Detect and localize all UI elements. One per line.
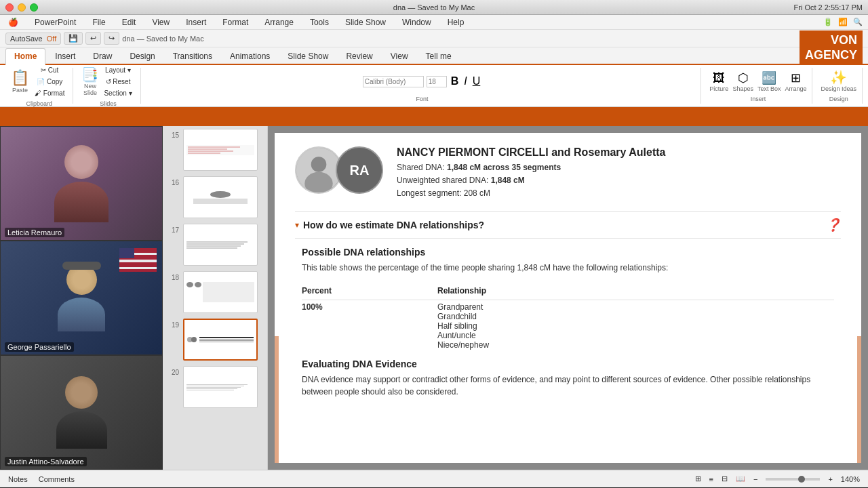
menu-tools[interactable]: Tools	[307, 16, 332, 28]
design-group-label: Design	[829, 96, 848, 102]
comments-button[interactable]: Comments	[39, 475, 75, 483]
menu-file[interactable]: File	[90, 16, 108, 28]
font-size-input[interactable]	[427, 76, 447, 87]
menu-view[interactable]: View	[149, 16, 172, 28]
cut-button[interactable]: ✂ Cut	[32, 65, 67, 75]
italic-button[interactable]: I	[462, 74, 468, 89]
slide-panel[interactable]: 15 16	[163, 126, 268, 470]
save-button[interactable]: 💾	[64, 32, 83, 45]
textbox-button[interactable]: 🔤 Text Box	[757, 70, 781, 92]
slide-thumb-20[interactable]: 20	[163, 363, 267, 411]
decorative-bar-left	[275, 336, 279, 463]
tab-animations[interactable]: Animations	[222, 49, 278, 64]
tab-transitions[interactable]: Transitions	[165, 49, 220, 64]
zoom-plus-button[interactable]: +	[828, 475, 832, 483]
evaluating-title: Evaluating DNA Evidence	[302, 359, 834, 369]
tab-insert[interactable]: Insert	[47, 49, 83, 64]
window-controls[interactable]	[5, 3, 38, 12]
menu-help[interactable]: Help	[445, 16, 467, 28]
wifi-icon: 📶	[838, 18, 848, 26]
zoom-slider[interactable]	[766, 478, 820, 481]
menu-insert[interactable]: Insert	[183, 16, 209, 28]
relationship-niece-nephew: Niece/nephew	[437, 340, 834, 350]
chevron-icon: ▾	[295, 220, 299, 230]
tab-view[interactable]: View	[382, 49, 416, 64]
section-title: How do we estimate DNA relationships?	[303, 220, 484, 230]
layout-button[interactable]: Layout ▾	[101, 65, 134, 75]
tab-slideshow[interactable]: Slide Show	[279, 49, 336, 64]
autosave-toggle[interactable]: AutoSave Off	[5, 33, 61, 45]
menu-slideshow[interactable]: Slide Show	[342, 16, 389, 28]
mac-title-right: Fri Oct 2 2:55:17 PM	[794, 3, 863, 12]
menu-format[interactable]: Format	[220, 16, 251, 28]
font-label: Font	[416, 96, 428, 102]
tab-design[interactable]: Design	[121, 49, 163, 64]
participant-2-label: George Passariello	[5, 342, 74, 352]
evaluating-text: DNA evidence may support or contradict o…	[302, 373, 834, 398]
new-slide-button[interactable]: 📑 NewSlide	[81, 66, 98, 96]
video-sidebar: Leticia Remauro George Passariello	[0, 126, 163, 470]
shapes-button[interactable]: ⬡ Shapes	[732, 70, 753, 92]
notes-button[interactable]: Notes	[8, 475, 28, 483]
question-mark-icon: ❓	[826, 218, 841, 232]
view-normal-icon[interactable]: ⊞	[695, 474, 701, 483]
section-header[interactable]: ▾ How do we estimate DNA relationships? …	[295, 211, 841, 239]
ribbon-group-font: B I U Font	[144, 68, 702, 104]
font-family-input[interactable]	[363, 76, 424, 87]
design-ideas-button[interactable]: ✨ Design Ideas	[821, 69, 856, 94]
slide-content: RA NANCY PIERMONT CIRCELLI and Rosemary …	[275, 133, 861, 463]
view-reading-icon[interactable]: 📖	[736, 474, 745, 483]
relationship-grandchild: Grandchild	[437, 312, 834, 321]
reset-button[interactable]: ↺ Reset	[101, 77, 134, 87]
ribbon-content: 📋 Paste ✂ Cut 📄 Copy 🖌 Format Clipboard …	[0, 65, 868, 107]
time-display: Fri Oct 2 2:55:17 PM	[794, 3, 863, 12]
view-outline-icon[interactable]: ≡	[709, 475, 713, 483]
slide-thumb-16[interactable]: 16	[163, 174, 267, 221]
menu-powerpoint[interactable]: PowerPoint	[32, 16, 79, 28]
slides-label: Slides	[100, 100, 117, 107]
close-button[interactable]	[5, 3, 14, 12]
video-tile-1: Leticia Remauro	[0, 126, 163, 241]
menu-window[interactable]: Window	[399, 16, 434, 28]
format-button[interactable]: 🖌 Format	[32, 88, 67, 98]
participant-1-label: Leticia Remauro	[5, 228, 64, 237]
menu-apple[interactable]: 🍎	[5, 16, 21, 28]
relationship-grandparent: Grandparent	[437, 302, 834, 312]
maximize-button[interactable]	[30, 3, 38, 12]
undo-button[interactable]: ↩	[85, 32, 101, 45]
td-percent: 100%	[302, 300, 437, 352]
section-button[interactable]: Section ▾	[101, 88, 134, 98]
menu-edit[interactable]: Edit	[119, 16, 139, 28]
copy-button[interactable]: 📄 Copy	[32, 77, 67, 87]
arrange-ribbon-button[interactable]: ⊞ Arrange	[785, 70, 806, 92]
menu-arrange[interactable]: Arrange	[262, 16, 296, 28]
tab-tell-me[interactable]: Tell me	[418, 49, 460, 64]
slide-unweighted: Unweighted shared DNA: 1,848 cM	[397, 174, 666, 187]
slide-thumb-19[interactable]: 19	[163, 316, 267, 363]
picture-button[interactable]: 🖼 Picture	[709, 71, 728, 92]
view-sorter-icon[interactable]: ⊟	[722, 474, 728, 483]
slide-thumb-18[interactable]: 18	[163, 268, 267, 316]
evaluating-section: Evaluating DNA Evidence DNA evidence may…	[302, 359, 834, 398]
zoom-minus-button[interactable]: −	[753, 475, 757, 483]
menu-bar: 🍎 PowerPoint File Edit View Insert Forma…	[0, 15, 868, 30]
tab-review[interactable]: Review	[338, 49, 380, 64]
ribbon-group-slides: 📑 NewSlide Layout ▾ ↺ Reset Section ▾ Sl…	[76, 68, 140, 104]
dna-description: This table shows the percentage of the t…	[302, 262, 834, 274]
slide-longest: Longest segment: 208 cM	[397, 187, 666, 200]
tab-draw[interactable]: Draw	[85, 49, 120, 64]
slide-dna-info: Shared DNA: 1,848 cM across 35 segments	[397, 161, 666, 174]
slide-thumb-15[interactable]: 15	[163, 126, 267, 174]
menu-bar-right: 🔋 📶 🔍	[823, 18, 863, 26]
redo-button[interactable]: ↪	[104, 32, 119, 45]
participant-3-label: Justin Attino-Salvadore	[5, 457, 87, 466]
slide-thumb-17[interactable]: 17	[163, 221, 267, 268]
tab-home[interactable]: Home	[5, 48, 45, 65]
paste-button[interactable]: 📋 Paste	[11, 69, 29, 94]
dna-section: Possible DNA relationships This table sh…	[295, 247, 841, 398]
search-icon[interactable]: 🔍	[853, 18, 863, 26]
bold-button[interactable]: B	[450, 74, 460, 89]
underline-button[interactable]: U	[471, 74, 482, 89]
minimize-button[interactable]	[18, 3, 26, 12]
slide-main-title: NANCY PIERMONT CIRCELLI and Rosemary Aul…	[397, 146, 666, 159]
